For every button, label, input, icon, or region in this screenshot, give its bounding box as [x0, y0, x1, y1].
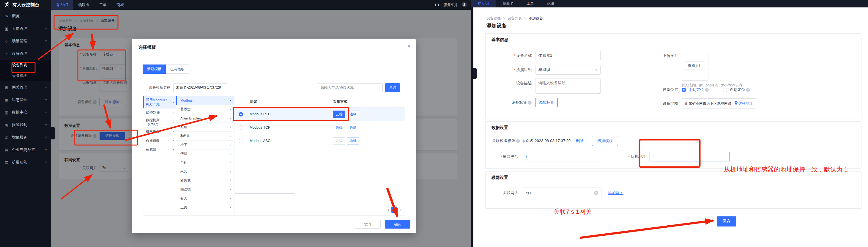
brand-logo[interactable]: 有人云控制台	[0, 1, 51, 9]
sidebar-item-device-mgmt[interactable]: ◔ 设备管理 ∨	[0, 47, 51, 60]
search-button[interactable]: 查询	[385, 83, 400, 92]
add-gateway-link[interactable]: 添加网关	[608, 190, 623, 195]
topnav-mall[interactable]: 商城	[112, 0, 129, 10]
category-item-io-controller[interactable]: IO控制器▸	[143, 109, 176, 117]
org-select[interactable]: 根组织∨	[535, 65, 600, 74]
radio-selected-icon[interactable]	[239, 112, 243, 117]
topnav-work-order[interactable]: 工单	[520, 0, 540, 7]
brand-item-hollysys[interactable]: 和利时▸	[176, 132, 234, 141]
tab-existing-template[interactable]: 已有模板	[166, 64, 189, 74]
protocol-row-modbus-ascii[interactable]: Modbus ASCII 云端 边缘	[235, 134, 405, 148]
radio-selected-icon[interactable]	[682, 88, 686, 92]
sidebar-item-screen-mgmt[interactable]: ▣ 大屏管理 ∨	[0, 22, 51, 35]
gateway-select[interactable]: 7s1 ✕	[522, 188, 601, 198]
sidebar-item-value-added[interactable]: ◎ 增值服务 ∨	[0, 131, 51, 144]
resize-handle-icon[interactable]: ◢	[598, 92, 600, 94]
sidebar-item-config-mgmt[interactable]: ▦ 组态管理 ∨	[0, 94, 51, 106]
brand-item-usr[interactable]: 有人▸	[176, 194, 234, 203]
brand-item-delta[interactable]: 台达▸	[176, 158, 234, 167]
sidebar-item-data-center[interactable]: ▥ 数据中心 ∨	[0, 106, 51, 119]
brand-item-allen-bradley[interactable]: Allen-Bradley▸	[176, 114, 234, 123]
category-item-modbus-plc[interactable]: 通用Modbus / PLC / DL▸	[143, 96, 176, 109]
sidebar-item-extensions[interactable]: ≣ 扩展功能 ∨	[0, 156, 51, 168]
save-button[interactable]: 保存	[717, 216, 736, 226]
serial-port-input[interactable]	[522, 152, 602, 161]
help-icon[interactable]: ?	[516, 139, 520, 143]
topnav-mall[interactable]: 商城	[540, 0, 560, 7]
brand-item-panasonic[interactable]: 松下▸	[176, 141, 234, 150]
linked-gateway-label: 关联网关	[486, 190, 522, 195]
sidebar-collapse-handle[interactable]: ‹	[473, 68, 477, 79]
radio-icon[interactable]	[239, 139, 243, 143]
sidebar-item-device-template[interactable]: 设备模板	[0, 70, 51, 81]
brand-item-langhande[interactable]: 郎汉德▸	[176, 185, 234, 194]
category-item-cnc[interactable]: 数控机床（CNC）▸	[143, 117, 176, 127]
sidebar-collapse-handle[interactable]: ‹	[51, 127, 55, 140]
sidebar-item-scene-mgmt[interactable]: ◇ 场景管理 ∨	[0, 35, 51, 47]
help-icon[interactable]: ?	[528, 101, 532, 104]
radio-icon[interactable]	[239, 125, 243, 130]
edge-collect-button[interactable]: 边缘	[347, 111, 359, 118]
topnav-iot-card[interactable]: 物联卡	[496, 0, 520, 7]
brand-item-mitsubishi[interactable]: 三菱▸	[176, 203, 234, 212]
protocol-row-modbus-tcp[interactable]: Modbus TCP 云端 边缘	[235, 121, 405, 134]
tab-new-template[interactable]: 新建模板	[143, 64, 166, 74]
search-input[interactable]	[318, 83, 383, 92]
delete-template-link[interactable]: 删除	[576, 138, 584, 144]
arrow-right-icon: ▸	[229, 108, 231, 111]
device-name-input[interactable]	[535, 51, 600, 60]
auto-location-option[interactable]: 自动定位	[730, 87, 745, 92]
sidebar-item-overview[interactable]: ◳ 概览	[0, 10, 51, 22]
help-icon[interactable]: ?	[705, 88, 709, 92]
support-link[interactable]: 服务支持	[443, 2, 458, 7]
sidebar-item-enterprise-config[interactable]: ▤ 企业专属配置 ∨	[0, 144, 51, 156]
template-name-input[interactable]	[173, 83, 227, 92]
choose-file-button[interactable]: 选择文件	[685, 62, 705, 70]
brand-item-keyence[interactable]: 基恩士▸	[176, 105, 234, 114]
category-item-electromechanical[interactable]: 机电设备▸	[143, 127, 176, 136]
cloud-collect-button[interactable]: 云端	[333, 137, 345, 145]
horizontal-scrollbar[interactable]	[235, 193, 294, 194]
cancel-button[interactable]: 取消	[354, 220, 381, 228]
help-icon[interactable]: ?	[746, 88, 750, 92]
category-item-sensor[interactable]: 传感器▸	[143, 145, 176, 154]
radio-icon[interactable]	[723, 88, 727, 92]
sidebar-item-label: 数据中心	[12, 110, 27, 115]
sidebar-item-device-list[interactable]: 设备列表	[0, 60, 51, 70]
brand-item-omron[interactable]: 欧姆龙▸	[176, 176, 234, 185]
choose-address-link[interactable]: 选择地址	[735, 101, 753, 106]
avatar[interactable]	[462, 2, 467, 8]
arrow-right-icon: ▸	[229, 144, 231, 146]
choose-template-button[interactable]: 选择模板	[592, 136, 618, 146]
right-console: 有人IoT 物联卡 工单 商城 ‹ 设备管理 > 设备列表 > 添加设备 添加设…	[471, 0, 868, 247]
next-page-button[interactable]: ›	[400, 208, 401, 212]
confirm-button[interactable]: 确认	[385, 220, 410, 228]
slave-address-input[interactable]	[650, 152, 730, 161]
close-icon[interactable]: ✕	[407, 43, 411, 49]
brand-item-beckhoff[interactable]: 倍福▸	[176, 150, 234, 158]
breadcrumb-device-list[interactable]: 设备列表	[507, 16, 522, 21]
prev-page-button[interactable]: ‹	[388, 208, 389, 212]
cloud-collect-button[interactable]: 云端	[333, 111, 345, 118]
breadcrumb-device-mgmt[interactable]: 设备管理	[487, 16, 501, 21]
topnav-usr-iot[interactable]: 有人IoT	[51, 0, 73, 10]
topnav-iot-card[interactable]: 物联卡	[73, 0, 94, 10]
device-address-box[interactable]: 山东省济南市历下区龙奥南路 选择地址	[682, 98, 756, 109]
topnav-work-order[interactable]: 工单	[94, 0, 112, 10]
edge-collect-button[interactable]: 边缘	[347, 137, 359, 145]
cloud-collect-button[interactable]: 云端	[333, 124, 345, 131]
device-desc-textarea[interactable]	[535, 78, 600, 94]
category-item-instruments[interactable]: 仪器仪表▸	[143, 136, 176, 145]
brand-item-fatek[interactable]: 永宏▸	[176, 167, 234, 176]
upload-dropzone[interactable]: 选择文件	[682, 51, 708, 81]
clear-icon[interactable]: ✕	[594, 191, 598, 195]
topnav-usr-iot[interactable]: 有人IoT	[471, 0, 496, 7]
protocol-row-modbus-rtu[interactable]: Modbus RTU 云端 边缘	[235, 107, 405, 121]
add-tag-button[interactable]: 添加标签	[535, 98, 558, 107]
manual-location-option[interactable]: 手动定位	[688, 87, 704, 92]
sidebar-item-gateway-mgmt[interactable]: ⊞ 网关管理 ∨	[0, 81, 51, 94]
edge-collect-button[interactable]: 边缘	[347, 124, 359, 131]
brand-item-abb[interactable]: ABB▸	[176, 123, 234, 132]
brand-item-modbus[interactable]: Modbus▸	[176, 96, 234, 105]
sidebar-item-alarm-linkage[interactable]: ◉ 报警联动 ∨	[0, 119, 51, 131]
